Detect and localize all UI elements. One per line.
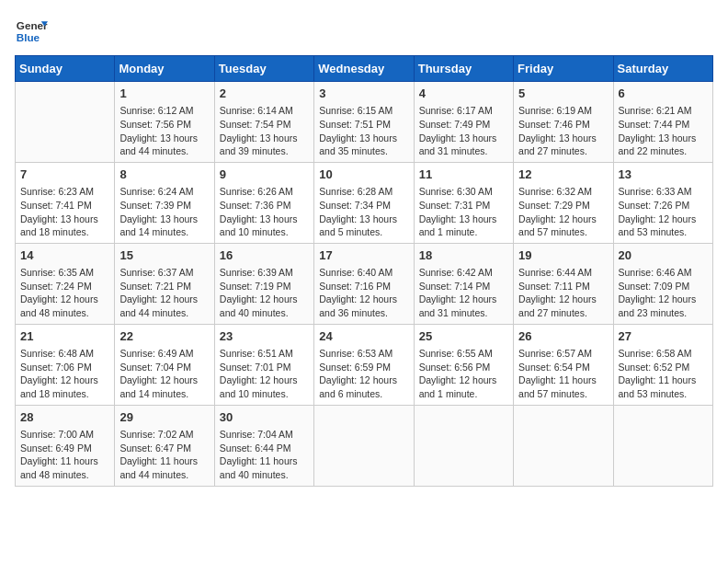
- day-info: Sunrise: 6:33 AM Sunset: 7:26 PM Dayligh…: [619, 185, 708, 239]
- calendar-header: SundayMondayTuesdayWednesdayThursdayFrid…: [16, 56, 713, 82]
- calendar-cell: 5Sunrise: 6:19 AM Sunset: 7:46 PM Daylig…: [514, 82, 613, 163]
- calendar-cell: 9Sunrise: 6:26 AM Sunset: 7:36 PM Daylig…: [214, 162, 313, 243]
- day-number: 16: [220, 247, 309, 264]
- day-info: Sunrise: 6:28 AM Sunset: 7:34 PM Dayligh…: [319, 185, 408, 239]
- day-info: Sunrise: 6:53 AM Sunset: 6:59 PM Dayligh…: [319, 347, 408, 401]
- day-info: Sunrise: 6:21 AM Sunset: 7:44 PM Dayligh…: [619, 104, 708, 158]
- day-info: Sunrise: 6:23 AM Sunset: 7:41 PM Dayligh…: [20, 185, 109, 239]
- calendar-cell: 2Sunrise: 6:14 AM Sunset: 7:54 PM Daylig…: [214, 82, 313, 163]
- calendar-week-2: 7Sunrise: 6:23 AM Sunset: 7:41 PM Daylig…: [16, 162, 713, 243]
- day-number: 17: [319, 247, 408, 264]
- calendar-cell: [514, 405, 613, 486]
- calendar-cell: 20Sunrise: 6:46 AM Sunset: 7:09 PM Dayli…: [613, 243, 712, 324]
- calendar-week-5: 28Sunrise: 7:00 AM Sunset: 6:49 PM Dayli…: [16, 405, 713, 486]
- calendar-cell: 24Sunrise: 6:53 AM Sunset: 6:59 PM Dayli…: [314, 324, 414, 405]
- calendar-cell: 22Sunrise: 6:49 AM Sunset: 7:04 PM Dayli…: [115, 324, 214, 405]
- day-number: 28: [20, 409, 109, 426]
- day-info: Sunrise: 7:00 AM Sunset: 6:49 PM Dayligh…: [20, 428, 109, 482]
- calendar-cell: 6Sunrise: 6:21 AM Sunset: 7:44 PM Daylig…: [613, 82, 712, 163]
- day-info: Sunrise: 6:48 AM Sunset: 7:06 PM Dayligh…: [20, 347, 109, 401]
- day-info: Sunrise: 6:39 AM Sunset: 7:19 PM Dayligh…: [220, 266, 309, 320]
- day-number: 15: [119, 247, 209, 264]
- page-header: General Blue: [15, 15, 713, 48]
- svg-text:Blue: Blue: [17, 31, 40, 43]
- day-number: 13: [619, 167, 708, 183]
- calendar-cell: 30Sunrise: 7:04 AM Sunset: 6:44 PM Dayli…: [214, 405, 313, 486]
- day-number: 22: [119, 328, 209, 345]
- day-number: 25: [419, 328, 508, 345]
- calendar-cell: 12Sunrise: 6:32 AM Sunset: 7:29 PM Dayli…: [514, 162, 613, 243]
- calendar-cell: 28Sunrise: 7:00 AM Sunset: 6:49 PM Dayli…: [16, 405, 115, 486]
- calendar-cell: 23Sunrise: 6:51 AM Sunset: 7:01 PM Dayli…: [214, 324, 313, 405]
- calendar-cell: 25Sunrise: 6:55 AM Sunset: 6:56 PM Dayli…: [414, 324, 513, 405]
- calendar-cell: [314, 405, 414, 486]
- calendar-week-4: 21Sunrise: 6:48 AM Sunset: 7:06 PM Dayli…: [16, 324, 713, 405]
- day-number: 8: [119, 167, 209, 183]
- day-number: 4: [419, 86, 508, 102]
- calendar-cell: 13Sunrise: 6:33 AM Sunset: 7:26 PM Dayli…: [613, 162, 712, 243]
- logo: General Blue: [15, 15, 48, 48]
- logo-icon: General Blue: [15, 15, 48, 48]
- day-number: 1: [119, 86, 209, 102]
- day-number: 3: [319, 86, 408, 102]
- weekday-header-friday: Friday: [514, 56, 613, 82]
- day-info: Sunrise: 6:30 AM Sunset: 7:31 PM Dayligh…: [419, 185, 508, 239]
- calendar-cell: 27Sunrise: 6:58 AM Sunset: 6:52 PM Dayli…: [613, 324, 712, 405]
- day-info: Sunrise: 6:15 AM Sunset: 7:51 PM Dayligh…: [319, 104, 408, 158]
- calendar-cell: 21Sunrise: 6:48 AM Sunset: 7:06 PM Dayli…: [16, 324, 115, 405]
- day-info: Sunrise: 6:44 AM Sunset: 7:11 PM Dayligh…: [518, 266, 608, 320]
- day-number: 2: [220, 86, 309, 102]
- calendar-cell: 7Sunrise: 6:23 AM Sunset: 7:41 PM Daylig…: [16, 162, 115, 243]
- day-info: Sunrise: 6:35 AM Sunset: 7:24 PM Dayligh…: [20, 266, 109, 320]
- calendar-cell: 4Sunrise: 6:17 AM Sunset: 7:49 PM Daylig…: [414, 82, 513, 163]
- calendar-cell: [16, 82, 115, 163]
- day-info: Sunrise: 6:12 AM Sunset: 7:56 PM Dayligh…: [119, 104, 209, 158]
- day-number: 5: [518, 86, 608, 102]
- day-info: Sunrise: 6:14 AM Sunset: 7:54 PM Dayligh…: [220, 104, 309, 158]
- day-info: Sunrise: 6:17 AM Sunset: 7:49 PM Dayligh…: [419, 104, 508, 158]
- day-number: 10: [319, 167, 408, 183]
- day-info: Sunrise: 6:26 AM Sunset: 7:36 PM Dayligh…: [220, 185, 309, 239]
- calendar-cell: 10Sunrise: 6:28 AM Sunset: 7:34 PM Dayli…: [314, 162, 414, 243]
- day-number: 12: [518, 167, 608, 183]
- day-number: 24: [319, 328, 408, 345]
- weekday-header-thursday: Thursday: [414, 56, 513, 82]
- day-number: 23: [220, 328, 309, 345]
- day-number: 30: [220, 409, 309, 426]
- weekday-header-sunday: Sunday: [16, 56, 115, 82]
- calendar-cell: 17Sunrise: 6:40 AM Sunset: 7:16 PM Dayli…: [314, 243, 414, 324]
- calendar-cell: 29Sunrise: 7:02 AM Sunset: 6:47 PM Dayli…: [115, 405, 214, 486]
- day-number: 27: [619, 328, 708, 345]
- day-info: Sunrise: 6:37 AM Sunset: 7:21 PM Dayligh…: [119, 266, 209, 320]
- calendar-cell: 1Sunrise: 6:12 AM Sunset: 7:56 PM Daylig…: [115, 82, 214, 163]
- day-info: Sunrise: 7:04 AM Sunset: 6:44 PM Dayligh…: [220, 428, 309, 482]
- day-number: 29: [119, 409, 209, 426]
- calendar-cell: 3Sunrise: 6:15 AM Sunset: 7:51 PM Daylig…: [314, 82, 414, 163]
- weekday-header-saturday: Saturday: [613, 56, 712, 82]
- calendar-cell: 15Sunrise: 6:37 AM Sunset: 7:21 PM Dayli…: [115, 243, 214, 324]
- day-number: 20: [619, 247, 708, 264]
- weekday-header-wednesday: Wednesday: [314, 56, 414, 82]
- calendar-cell: 16Sunrise: 6:39 AM Sunset: 7:19 PM Dayli…: [214, 243, 313, 324]
- calendar-cell: 11Sunrise: 6:30 AM Sunset: 7:31 PM Dayli…: [414, 162, 513, 243]
- day-info: Sunrise: 7:02 AM Sunset: 6:47 PM Dayligh…: [119, 428, 209, 482]
- svg-text:General: General: [17, 19, 48, 31]
- day-number: 21: [20, 328, 109, 345]
- day-number: 9: [220, 167, 309, 183]
- day-info: Sunrise: 6:19 AM Sunset: 7:46 PM Dayligh…: [518, 104, 608, 158]
- day-number: 6: [619, 86, 708, 102]
- day-info: Sunrise: 6:49 AM Sunset: 7:04 PM Dayligh…: [119, 347, 209, 401]
- calendar-cell: [613, 405, 712, 486]
- calendar-cell: [414, 405, 513, 486]
- day-info: Sunrise: 6:32 AM Sunset: 7:29 PM Dayligh…: [518, 185, 608, 239]
- calendar-week-3: 14Sunrise: 6:35 AM Sunset: 7:24 PM Dayli…: [16, 243, 713, 324]
- calendar-cell: 18Sunrise: 6:42 AM Sunset: 7:14 PM Dayli…: [414, 243, 513, 324]
- calendar-week-1: 1Sunrise: 6:12 AM Sunset: 7:56 PM Daylig…: [16, 82, 713, 163]
- day-number: 7: [20, 167, 109, 183]
- day-info: Sunrise: 6:46 AM Sunset: 7:09 PM Dayligh…: [619, 266, 708, 320]
- weekday-header-tuesday: Tuesday: [214, 56, 313, 82]
- weekday-header-monday: Monday: [115, 56, 214, 82]
- day-number: 26: [518, 328, 608, 345]
- calendar-table: SundayMondayTuesdayWednesdayThursdayFrid…: [15, 55, 713, 487]
- day-info: Sunrise: 6:42 AM Sunset: 7:14 PM Dayligh…: [419, 266, 508, 320]
